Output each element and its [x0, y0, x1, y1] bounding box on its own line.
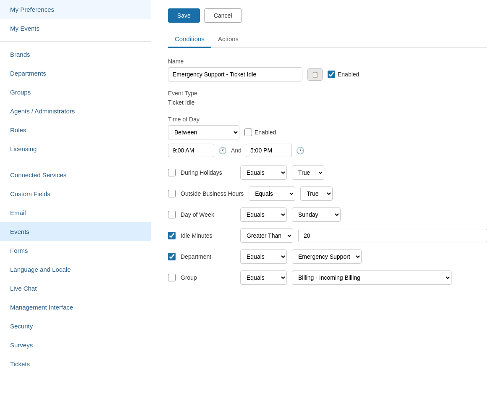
sidebar-item-licensing[interactable]: Licensing — [0, 139, 151, 158]
sidebar-item-custom-fields[interactable]: Custom Fields — [0, 184, 151, 203]
name-enabled-text: Enabled — [338, 71, 359, 78]
tab-conditions[interactable]: Conditions — [168, 31, 211, 48]
sidebar-item-forms[interactable]: Forms — [0, 241, 151, 260]
conditions-container: During HolidaysEqualsNot EqualsTrueFalse… — [168, 165, 487, 285]
sidebar-item-email[interactable]: Email — [0, 203, 151, 222]
sidebar-item-roles[interactable]: Roles — [0, 121, 151, 139]
condition-operator-outside-business-hours[interactable]: EqualsNot Equals — [249, 186, 295, 201]
save-button[interactable]: Save — [168, 8, 200, 23]
cancel-button[interactable]: Cancel — [204, 8, 242, 23]
time-enabled-text: Enabled — [255, 129, 276, 136]
condition-checkbox-group[interactable] — [168, 274, 176, 281]
end-time-input[interactable] — [246, 144, 292, 157]
toolbar: Save Cancel — [168, 8, 487, 23]
condition-row-outside-business-hours: Outside Business HoursEqualsNot EqualsTr… — [168, 186, 487, 201]
sidebar-divider-licensing — [0, 162, 151, 162]
condition-row-idle-minutes: Idle MinutesGreater ThanLess ThanEquals — [168, 228, 487, 243]
condition-value-during-holidays[interactable]: TrueFalse — [292, 165, 324, 180]
condition-operator-day-of-week[interactable]: EqualsNot Equals — [240, 207, 287, 222]
condition-operator-idle-minutes[interactable]: Greater ThanLess ThanEquals — [240, 228, 293, 243]
and-text: And — [231, 147, 242, 154]
condition-row-group: GroupEqualsNot EqualsBilling - Incoming … — [168, 270, 487, 285]
sidebar-item-live-chat[interactable]: Live Chat — [0, 279, 151, 298]
start-clock-icon: 🕐 — [218, 147, 227, 155]
name-input[interactable] — [168, 67, 302, 81]
condition-value-group[interactable]: Billing - Incoming BillingTechnical - Su… — [292, 270, 452, 285]
name-enabled-label: Enabled — [328, 71, 359, 78]
condition-label-department: Department — [181, 253, 235, 260]
sidebar-item-security[interactable]: Security — [0, 317, 151, 336]
condition-checkbox-during-holidays[interactable] — [168, 169, 176, 176]
start-time-input[interactable] — [168, 144, 214, 157]
condition-label-outside-business-hours: Outside Business Hours — [181, 190, 244, 197]
tabs: ConditionsActions — [168, 31, 487, 48]
sidebar: My PreferencesMy EventsBrandsDepartments… — [0, 0, 151, 420]
condition-label-day-of-week: Day of Week — [181, 211, 235, 218]
name-label: Name — [168, 58, 487, 65]
time-row: 🕐 And 🕐 — [168, 144, 487, 157]
sidebar-item-brands[interactable]: Brands — [0, 45, 151, 64]
condition-checkbox-day-of-week[interactable] — [168, 211, 176, 218]
sidebar-item-my-preferences[interactable]: My Preferences — [0, 0, 151, 19]
time-enabled-checkbox[interactable] — [244, 129, 252, 136]
time-enabled-label: Enabled — [244, 129, 276, 136]
sidebar-item-connected-services[interactable]: Connected Services — [0, 165, 151, 184]
sidebar-item-groups[interactable]: Groups — [0, 83, 151, 102]
condition-value-idle-minutes[interactable] — [298, 229, 487, 242]
condition-operator-department[interactable]: EqualsNot Equals — [240, 249, 287, 264]
sidebar-item-agents-administrators[interactable]: Agents / Administrators — [0, 102, 151, 121]
copy-icon: 📋 — [312, 71, 318, 78]
main-content: Save Cancel ConditionsActions Name 📋 Ena… — [151, 0, 504, 420]
sidebar-item-my-events[interactable]: My Events — [0, 19, 151, 38]
condition-checkbox-department[interactable] — [168, 253, 176, 260]
condition-operator-during-holidays[interactable]: EqualsNot Equals — [240, 165, 287, 180]
condition-checkbox-idle-minutes[interactable] — [168, 232, 176, 239]
condition-checkbox-outside-business-hours[interactable] — [168, 190, 176, 197]
sidebar-item-management-interface[interactable]: Management Interface — [0, 298, 151, 317]
condition-label-during-holidays: During Holidays — [181, 169, 235, 176]
sidebar-item-events[interactable]: Events — [0, 222, 151, 241]
condition-value-outside-business-hours[interactable]: TrueFalse — [300, 186, 333, 201]
condition-value-day-of-week[interactable]: SundayMondayTuesdayWednesdayThursdayFrid… — [292, 207, 341, 222]
sidebar-item-tickets[interactable]: Tickets — [0, 354, 151, 373]
condition-label-group: Group — [181, 274, 235, 281]
form-section: Name 📋 Enabled Event Type Ticket Idle Ti… — [168, 58, 487, 285]
condition-label-idle-minutes: Idle Minutes — [181, 232, 235, 239]
sidebar-item-departments[interactable]: Departments — [0, 64, 151, 83]
between-select[interactable]: Between Before After — [168, 125, 239, 139]
time-of-day-label: Time of Day — [168, 116, 487, 123]
condition-value-department[interactable]: Emergency SupportBillingTechnical Suppor… — [292, 249, 362, 264]
event-type-value: Ticket Idle — [168, 99, 487, 106]
name-enabled-checkbox[interactable] — [328, 71, 335, 78]
sidebar-divider-my-events — [0, 41, 151, 42]
sidebar-item-language-and-locale[interactable]: Language and Locale — [0, 260, 151, 279]
copy-icon-button[interactable]: 📋 — [307, 68, 323, 81]
condition-row-during-holidays: During HolidaysEqualsNot EqualsTrueFalse — [168, 165, 487, 180]
end-clock-icon: 🕐 — [296, 147, 304, 155]
time-of-day-section: Time of Day Between Before After Enabled… — [168, 116, 487, 157]
sidebar-item-surveys[interactable]: Surveys — [0, 336, 151, 354]
condition-row-department: DepartmentEqualsNot EqualsEmergency Supp… — [168, 249, 487, 264]
condition-row-day-of-week: Day of WeekEqualsNot EqualsSundayMondayT… — [168, 207, 487, 222]
tab-actions[interactable]: Actions — [211, 31, 245, 48]
event-type-label: Event Type — [168, 90, 487, 97]
condition-operator-group[interactable]: EqualsNot Equals — [240, 270, 287, 285]
